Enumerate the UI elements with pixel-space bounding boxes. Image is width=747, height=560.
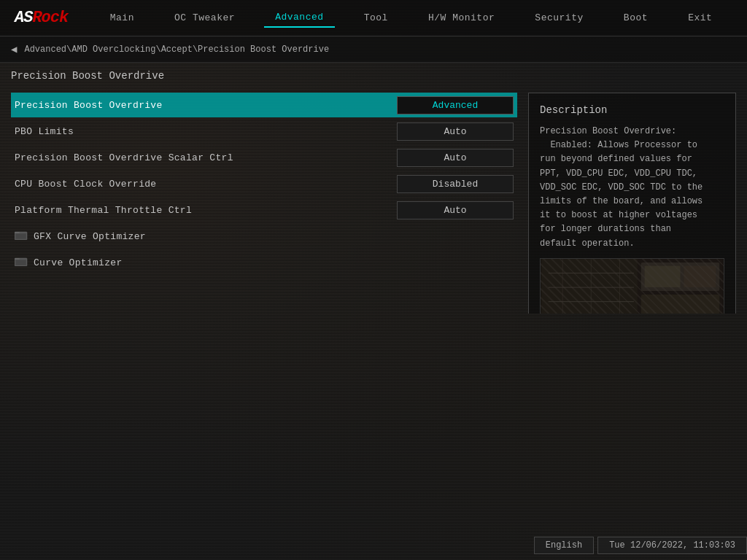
breadcrumb: Advanced\AMD Overclocking\Accept\Precisi…	[24, 44, 329, 55]
description-text: Precision Boost Overdrive: Enabled: Allo…	[540, 125, 724, 251]
setting-label-platform-thermal: Platform Thermal Throttle Ctrl	[15, 205, 192, 216]
description-box: Description Precision Boost Overdrive: E…	[528, 93, 736, 314]
nav-item-oc-tweaker[interactable]: OC Tweaker	[163, 9, 246, 27]
setting-value-pbo-scalar[interactable]: Auto	[397, 149, 514, 167]
setting-value-platform-thermal[interactable]: Auto	[397, 201, 514, 219]
svg-rect-9	[684, 265, 716, 287]
setting-value-pbo-limits[interactable]: Auto	[397, 122, 514, 141]
setting-row-platform-thermal[interactable]: Platform Thermal Throttle Ctrl Auto	[11, 198, 517, 222]
asrock-logo: ASRock	[15, 9, 68, 27]
nav-item-security[interactable]: Security	[524, 9, 594, 27]
nav-item-boot[interactable]: Boot	[613, 9, 659, 27]
nav-item-hw-monitor[interactable]: H/W Monitor	[417, 9, 506, 27]
main-content: Precision Boost Overdrive Advanced PBO L…	[0, 93, 747, 314]
breadcrumb-back-arrow[interactable]: ◀	[11, 43, 17, 55]
setting-value-cpu-boost[interactable]: Disabled	[397, 175, 514, 193]
folder-icon-curve	[15, 256, 28, 269]
thumbnail-image	[540, 258, 724, 314]
setting-row-cpu-boost[interactable]: CPU Boost Clock Override Disabled	[11, 171, 517, 196]
setting-row-pbo-limits[interactable]: PBO Limits Auto	[11, 119, 517, 144]
header: ASRock Main OC Tweaker Advanced Tool H/W…	[0, 0, 747, 36]
nav-item-main[interactable]: Main	[99, 9, 145, 27]
setting-row-pbo[interactable]: Precision Boost Overdrive Advanced	[11, 93, 517, 117]
nav-item-exit[interactable]: Exit	[677, 9, 723, 27]
description-panel: Description Precision Boost Overdrive: E…	[528, 93, 736, 314]
svg-rect-7	[641, 262, 720, 291]
svg-rect-8	[645, 265, 681, 287]
setting-label-gfx-curve: GFX Curve Optimizer	[34, 231, 146, 242]
setting-row-curve-opt[interactable]: Curve Optimizer	[11, 250, 517, 275]
setting-label-curve-opt: Curve Optimizer	[34, 257, 123, 268]
svg-rect-5	[15, 260, 26, 265]
svg-rect-10	[641, 295, 720, 314]
setting-label-pbo-limits: PBO Limits	[15, 126, 74, 137]
svg-rect-6	[541, 259, 723, 314]
setting-row-gfx-curve[interactable]: GFX Curve Optimizer	[11, 224, 517, 249]
svg-rect-4	[15, 258, 20, 260]
description-title: Description	[540, 104, 724, 116]
setting-value-pbo[interactable]: Advanced	[397, 96, 514, 114]
language-selector[interactable]: English	[534, 537, 594, 554]
svg-rect-11	[541, 259, 638, 314]
datetime-display: Tue 12/06/2022, 11:03:03	[597, 537, 747, 554]
main-navigation: Main OC Tweaker Advanced Tool H/W Monito…	[90, 8, 732, 28]
svg-rect-1	[15, 232, 20, 233]
setting-label-pbo-scalar: Precision Boost Overdrive Scalar Ctrl	[15, 152, 233, 163]
breadcrumb-bar: ◀ Advanced\AMD Overclocking\Accept\Preci…	[0, 36, 747, 63]
setting-label-cpu-boost: CPU Boost Clock Override	[15, 179, 156, 190]
setting-row-pbo-scalar[interactable]: Precision Boost Overdrive Scalar Ctrl Au…	[11, 145, 517, 170]
nav-item-tool[interactable]: Tool	[353, 9, 399, 27]
folder-icon-gfx	[15, 230, 28, 243]
nav-item-advanced[interactable]: Advanced	[264, 8, 334, 28]
page-title: Precision Boost Overdrive	[0, 63, 747, 93]
setting-label-pbo: Precision Boost Overdrive	[15, 100, 163, 111]
settings-panel: Precision Boost Overdrive Advanced PBO L…	[11, 93, 517, 314]
status-bar: English Tue 12/06/2022, 11:03:03	[0, 534, 747, 560]
svg-rect-2	[15, 233, 26, 239]
